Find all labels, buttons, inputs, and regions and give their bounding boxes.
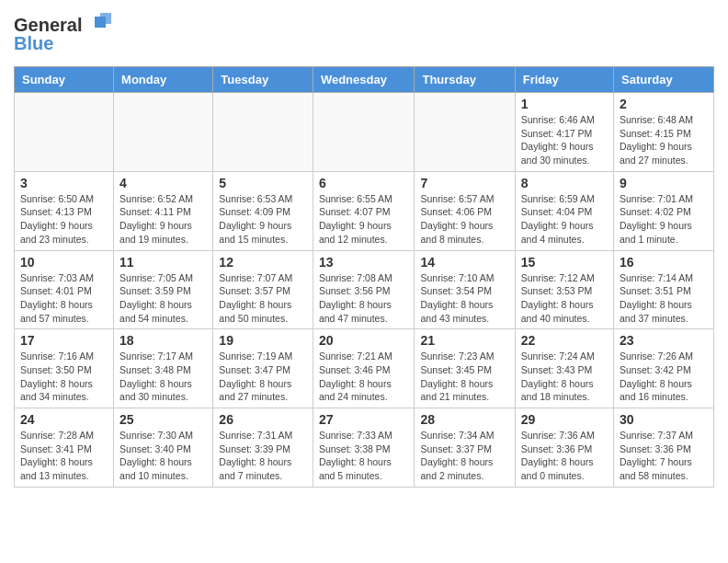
svg-text:General: General [14,15,82,35]
weekday-header-wednesday: Wednesday [313,67,415,93]
calendar-cell: 20Sunrise: 7:21 AM Sunset: 3:46 PM Dayli… [313,329,415,408]
day-number: 30 [620,412,708,427]
calendar-cell: 8Sunrise: 6:59 AM Sunset: 4:04 PM Daylig… [515,171,613,250]
day-number: 23 [620,333,708,348]
day-number: 25 [119,412,207,427]
svg-text:Blue: Blue [14,33,53,53]
day-number: 18 [119,333,207,348]
weekday-header-friday: Friday [515,67,613,93]
day-info: Sunrise: 7:26 AM Sunset: 3:42 PM Dayligh… [620,350,708,404]
weekday-header-saturday: Saturday [614,67,714,93]
calendar-cell: 16Sunrise: 7:14 AM Sunset: 3:51 PM Dayli… [614,250,714,329]
calendar-cell: 1Sunrise: 6:46 AM Sunset: 4:17 PM Daylig… [515,93,613,172]
day-info: Sunrise: 6:55 AM Sunset: 4:07 PM Dayligh… [319,192,409,247]
day-info: Sunrise: 7:37 AM Sunset: 3:36 PM Dayligh… [620,429,708,483]
weekday-header-sunday: Sunday [15,67,114,93]
svg-marker-3 [100,13,111,24]
logo: General Blue [14,9,115,59]
calendar-cell: 17Sunrise: 7:16 AM Sunset: 3:50 PM Dayli… [15,329,114,408]
calendar-cell [15,93,114,172]
calendar-cell [415,93,515,172]
day-number: 26 [219,412,307,427]
calendar-cell: 5Sunrise: 6:53 AM Sunset: 4:09 PM Daylig… [213,171,313,250]
day-number: 15 [521,255,608,270]
day-number: 29 [521,412,608,427]
calendar-cell: 28Sunrise: 7:34 AM Sunset: 3:37 PM Dayli… [415,408,515,488]
day-info: Sunrise: 7:10 AM Sunset: 3:54 PM Dayligh… [420,271,508,326]
calendar-cell: 19Sunrise: 7:19 AM Sunset: 3:47 PM Dayli… [213,329,313,408]
calendar-cell: 26Sunrise: 7:31 AM Sunset: 3:39 PM Dayli… [213,408,313,488]
weekday-header-tuesday: Tuesday [213,67,313,93]
day-info: Sunrise: 7:03 AM Sunset: 4:01 PM Dayligh… [20,271,108,326]
day-number: 24 [20,412,108,427]
day-number: 2 [620,97,708,111]
calendar-cell: 11Sunrise: 7:05 AM Sunset: 3:59 PM Dayli… [114,250,213,329]
week-row-2: 3Sunrise: 6:50 AM Sunset: 4:13 PM Daylig… [15,171,714,250]
day-info: Sunrise: 6:46 AM Sunset: 4:17 PM Dayligh… [521,113,608,167]
day-info: Sunrise: 6:59 AM Sunset: 4:04 PM Dayligh… [521,192,608,247]
day-info: Sunrise: 7:19 AM Sunset: 3:47 PM Dayligh… [219,350,307,404]
day-number: 6 [319,176,409,190]
calendar-cell: 4Sunrise: 6:52 AM Sunset: 4:11 PM Daylig… [114,171,213,250]
week-row-5: 24Sunrise: 7:28 AM Sunset: 3:41 PM Dayli… [15,408,714,488]
day-number: 13 [319,255,409,270]
calendar-cell: 6Sunrise: 6:55 AM Sunset: 4:07 PM Daylig… [313,171,415,250]
calendar-table: SundayMondayTuesdayWednesdayThursdayFrid… [14,66,714,488]
day-info: Sunrise: 7:07 AM Sunset: 3:57 PM Dayligh… [219,271,307,326]
calendar-cell: 13Sunrise: 7:08 AM Sunset: 3:56 PM Dayli… [313,250,415,329]
calendar-cell: 9Sunrise: 7:01 AM Sunset: 4:02 PM Daylig… [614,171,714,250]
week-row-4: 17Sunrise: 7:16 AM Sunset: 3:50 PM Dayli… [15,329,714,408]
calendar-cell: 27Sunrise: 7:33 AM Sunset: 3:38 PM Dayli… [313,408,415,488]
day-number: 5 [219,176,307,190]
calendar-cell: 21Sunrise: 7:23 AM Sunset: 3:45 PM Dayli… [415,329,515,408]
week-row-3: 10Sunrise: 7:03 AM Sunset: 4:01 PM Dayli… [15,250,714,329]
day-number: 12 [219,255,307,270]
day-info: Sunrise: 7:28 AM Sunset: 3:41 PM Dayligh… [20,429,108,483]
day-info: Sunrise: 7:24 AM Sunset: 3:43 PM Dayligh… [521,350,608,404]
weekday-header-row: SundayMondayTuesdayWednesdayThursdayFrid… [15,67,714,93]
day-number: 28 [420,412,508,427]
day-info: Sunrise: 6:48 AM Sunset: 4:15 PM Dayligh… [620,113,708,167]
calendar-cell: 22Sunrise: 7:24 AM Sunset: 3:43 PM Dayli… [515,329,613,408]
header: General Blue [14,9,714,59]
calendar-cell: 29Sunrise: 7:36 AM Sunset: 3:36 PM Dayli… [515,408,613,488]
calendar-cell: 10Sunrise: 7:03 AM Sunset: 4:01 PM Dayli… [15,250,114,329]
calendar-cell: 2Sunrise: 6:48 AM Sunset: 4:15 PM Daylig… [614,93,714,172]
day-number: 14 [420,255,508,270]
day-info: Sunrise: 7:36 AM Sunset: 3:36 PM Dayligh… [521,429,608,483]
day-number: 4 [119,176,207,190]
day-info: Sunrise: 7:17 AM Sunset: 3:48 PM Dayligh… [119,350,207,404]
day-number: 21 [420,333,508,348]
calendar-cell [313,93,415,172]
day-info: Sunrise: 7:08 AM Sunset: 3:56 PM Dayligh… [319,271,409,326]
day-number: 3 [20,176,108,190]
calendar-cell: 25Sunrise: 7:30 AM Sunset: 3:40 PM Dayli… [114,408,213,488]
day-number: 20 [319,333,409,348]
day-number: 8 [521,176,608,190]
day-number: 9 [620,176,708,190]
day-number: 22 [521,333,608,348]
calendar-cell [213,93,313,172]
calendar-cell: 7Sunrise: 6:57 AM Sunset: 4:06 PM Daylig… [415,171,515,250]
weekday-header-thursday: Thursday [415,67,515,93]
day-number: 10 [20,255,108,270]
weekday-header-monday: Monday [114,67,213,93]
day-info: Sunrise: 7:01 AM Sunset: 4:02 PM Dayligh… [620,192,708,247]
calendar-cell: 24Sunrise: 7:28 AM Sunset: 3:41 PM Dayli… [15,408,114,488]
calendar-cell: 14Sunrise: 7:10 AM Sunset: 3:54 PM Dayli… [415,250,515,329]
day-info: Sunrise: 6:57 AM Sunset: 4:06 PM Dayligh… [420,192,508,247]
day-info: Sunrise: 7:34 AM Sunset: 3:37 PM Dayligh… [420,429,508,483]
day-info: Sunrise: 7:16 AM Sunset: 3:50 PM Dayligh… [20,350,108,404]
day-number: 16 [620,255,708,270]
day-info: Sunrise: 7:30 AM Sunset: 3:40 PM Dayligh… [119,429,207,483]
calendar-cell: 30Sunrise: 7:37 AM Sunset: 3:36 PM Dayli… [614,408,714,488]
day-info: Sunrise: 6:50 AM Sunset: 4:13 PM Dayligh… [20,192,108,247]
calendar-cell: 23Sunrise: 7:26 AM Sunset: 3:42 PM Dayli… [614,329,714,408]
day-info: Sunrise: 7:33 AM Sunset: 3:38 PM Dayligh… [319,429,409,483]
day-info: Sunrise: 7:31 AM Sunset: 3:39 PM Dayligh… [219,429,307,483]
day-info: Sunrise: 7:21 AM Sunset: 3:46 PM Dayligh… [319,350,409,404]
logo-text: General Blue [14,9,115,59]
day-info: Sunrise: 7:05 AM Sunset: 3:59 PM Dayligh… [119,271,207,326]
day-number: 7 [420,176,508,190]
day-info: Sunrise: 7:23 AM Sunset: 3:45 PM Dayligh… [420,350,508,404]
